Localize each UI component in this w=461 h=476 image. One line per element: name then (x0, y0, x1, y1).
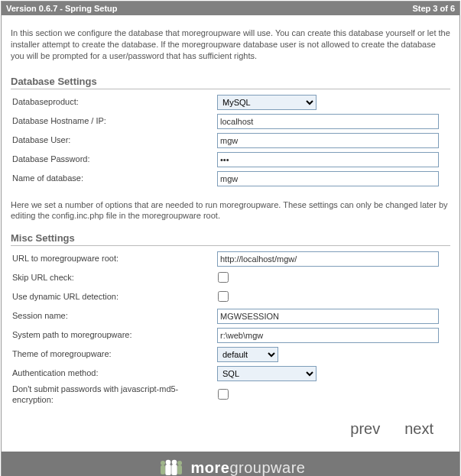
row-db-product: Databaseproduct: MySQL (11, 94, 450, 111)
row-db-host: Database Hostname / IP: (11, 113, 450, 130)
input-url-root[interactable] (217, 251, 439, 267)
footer-brand-bold: more (191, 459, 230, 476)
misc-intro-text: Here we set a number of options that are… (11, 199, 450, 222)
label-skip-url: Skip URL check: (11, 273, 217, 283)
titlebar: Version 0.6.7 - Spring Setup Step 3 of 6 (2, 2, 459, 15)
svg-point-2 (177, 461, 182, 465)
label-session-name: Session name: (11, 311, 217, 322)
row-theme: Theme of moregroupware: default (11, 346, 450, 363)
label-db-host: Database Hostname / IP: (11, 116, 217, 127)
label-db-pass: Database Password: (11, 154, 217, 165)
label-url-root: URL to moregroupware root: (11, 254, 217, 264)
label-auth-method: Authentication method: (11, 368, 217, 379)
label-md5: Don't submit passwords with javascript-m… (11, 384, 217, 406)
select-auth-method[interactable]: SQL (217, 366, 317, 381)
footer-bar: moregroupware (2, 452, 459, 476)
input-db-user[interactable] (217, 133, 439, 148)
checkbox-skip-url[interactable] (218, 272, 229, 283)
label-db-product: Databaseproduct: (11, 97, 217, 108)
row-dyn-url: Use dynamic URL detection: (11, 289, 450, 306)
footer-brand-light: groupware (229, 459, 305, 476)
row-db-name: Name of database: (11, 170, 450, 187)
db-settings-heading: Database Settings (11, 76, 450, 89)
row-sys-path: System path to moregroupware: (11, 327, 450, 344)
title-step: Step 3 of 6 (412, 4, 455, 13)
checkbox-md5[interactable] (218, 389, 229, 400)
svg-rect-7 (171, 465, 177, 475)
input-db-name[interactable] (217, 171, 439, 186)
nav-row: prev next (11, 408, 450, 448)
input-db-host[interactable] (217, 114, 439, 129)
misc-settings-heading: Misc Settings (11, 232, 450, 246)
row-session-name: Session name: (11, 308, 450, 325)
input-sys-path[interactable] (217, 328, 439, 343)
svg-rect-1 (161, 465, 165, 474)
label-sys-path: System path to moregroupware: (11, 330, 217, 341)
footer-brand: moregroupware (191, 459, 306, 476)
input-db-pass[interactable] (217, 152, 439, 167)
prev-link[interactable]: prev (350, 420, 380, 438)
row-md5: Don't submit passwords with javascript-m… (11, 384, 450, 406)
title-left: Version 0.6.7 - Spring Setup (6, 4, 117, 13)
select-theme[interactable]: default (217, 347, 278, 362)
label-db-user: Database User: (11, 135, 217, 146)
checkbox-dyn-url[interactable] (218, 291, 229, 302)
row-db-user: Database User: (11, 132, 450, 149)
row-db-pass: Database Password: (11, 151, 450, 168)
svg-point-4 (165, 459, 170, 465)
select-db-product[interactable]: MySQL (217, 95, 317, 110)
row-url-root: URL to moregroupware root: (11, 251, 450, 267)
content-area: In this section we configure the databas… (2, 15, 459, 452)
installer-window: Version 0.6.7 - Spring Setup Step 3 of 6… (1, 1, 460, 476)
svg-point-6 (171, 459, 177, 465)
people-icon (156, 457, 187, 476)
input-session-name[interactable] (217, 309, 439, 324)
label-theme: Theme of moregroupware: (11, 349, 217, 360)
next-link[interactable]: next (404, 420, 433, 438)
label-db-name: Name of database: (11, 173, 217, 184)
svg-rect-5 (165, 465, 170, 475)
row-skip-url: Skip URL check: (11, 270, 450, 287)
svg-rect-3 (177, 465, 182, 474)
svg-point-0 (161, 461, 165, 465)
row-auth-method: Authentication method: SQL (11, 365, 450, 382)
label-dyn-url: Use dynamic URL detection: (11, 292, 217, 303)
db-intro-text: In this section we configure the databas… (11, 28, 450, 62)
